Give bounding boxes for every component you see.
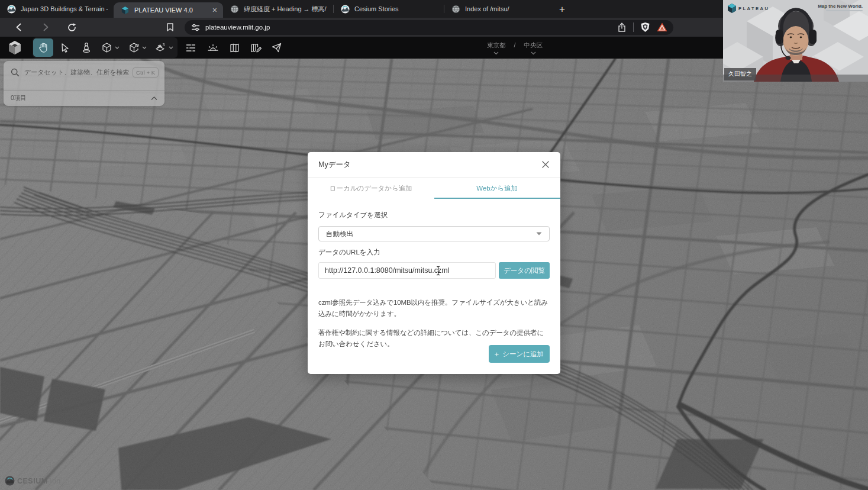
tab-geoid-tool[interactable]: 緯度経度 + Heading → 標高/ジオイド [223,0,333,18]
reload-icon [67,22,77,33]
tab-japan-3d-buildings[interactable]: Japan 3D Buildings & Terrain – Ce [0,0,114,18]
plateau-logo-text: PLATEAU [738,6,769,11]
url-text: plateauview.mlit.go.jp [205,24,617,31]
new-tab-button[interactable]: + [559,4,565,15]
pan-tool-button[interactable] [33,38,53,57]
svg-text:3: 3 [163,43,165,47]
chevron-up-icon [151,96,157,101]
layers-icon: 3 [154,42,166,53]
map-edit-icon [250,43,262,53]
share-view-button[interactable] [266,37,288,58]
plus-icon: + [495,350,499,359]
share-icon[interactable] [617,22,627,33]
pedestrian-icon [81,42,92,53]
back-button[interactable] [11,19,27,36]
tab-plateau-view[interactable]: PLATEAU VIEW 4.0 × [114,2,223,18]
address-bar[interactable]: plateauview.mlit.go.jp [185,20,673,35]
select-caret-icon [536,232,542,236]
object-id-tool-button[interactable]: ID [124,38,150,57]
cesium-ion-credit[interactable]: CESIUM ion [5,476,61,486]
bookmark-button[interactable] [162,19,178,36]
close-button[interactable] [541,160,550,169]
breadcrumb-city[interactable]: 中央区 [524,37,543,59]
chevron-down-icon [493,51,499,55]
chevron-down-icon [115,46,120,49]
breadcrumb-prefecture[interactable]: 東京都 [487,37,506,59]
urlbar-actions [617,22,667,33]
globe-favicon [230,5,239,14]
size-note: czml参照先データ込みで10MB以内を推奨。ファイルサイズが大きいと読み込みに… [318,297,550,320]
cube-id-icon: ID [128,42,140,53]
add-to-scene-button[interactable]: + シーンに追加 [489,345,550,363]
pedestrian-view-button[interactable] [76,38,96,57]
dialog-title: Myデータ [318,160,541,170]
layers-tool-button[interactable]: 3 [151,38,177,57]
svg-text:ID: ID [135,43,139,47]
tagline-subtext-bar [826,10,863,11]
dialog-header: Myデータ [308,152,560,178]
tab-add-from-web[interactable]: Webから追加 [434,178,561,199]
plateau-favicon [121,6,130,15]
data-url-value: http://127.0.0.1:8080/mitsu/mitsu.czml [325,266,450,275]
globe-favicon [451,5,460,14]
brave-shields-icon[interactable] [640,22,650,33]
back-icon [14,22,24,32]
cesium-logo-icon [5,476,15,486]
shadow-tool-button[interactable] [202,37,224,58]
hand-icon [38,42,49,53]
tab-index-of-mitsu[interactable]: Index of /mitsu/ [444,0,554,18]
file-type-label: ファイルタイプを選択 [318,211,550,220]
select-tool-button[interactable] [54,38,75,57]
presenter-webcam-overlay: PLATEAU Map the New World. 久田智之 [723,0,868,82]
forward-button[interactable] [37,19,54,36]
sliders-icon [185,43,196,53]
close-icon [541,160,550,169]
3d-object-tool-button[interactable] [98,38,123,57]
file-type-select[interactable]: 自動検出 [318,226,550,241]
urlbar-divider [633,22,634,32]
search-icon [11,68,20,77]
data-url-input[interactable]: http://127.0.0.1:8080/mitsu/mitsu.czml [318,262,496,279]
search-panel: データセット、建築物、住所を検索 Ctrl + K 0項目 [4,61,164,106]
items-count-label: 0項目 [11,94,151,102]
tab-add-from-local[interactable]: ローカルのデータから追加 [308,178,434,199]
webcam-tagline: Map the New World. [818,4,863,11]
plateau-logo-icon [728,4,736,13]
map-panels-icon [229,43,240,53]
plateau-logo-icon[interactable] [9,41,21,55]
chevron-down-icon [531,51,536,55]
plateau-logo: PLATEAU [728,4,769,13]
url-row: http://127.0.0.1:8080/mitsu/mitsu.czml デ… [318,262,550,279]
sun-horizon-icon [207,43,219,53]
browse-data-button[interactable]: データの閲覧 [499,262,550,279]
cube-icon [101,42,112,53]
text-cursor-icon [435,266,441,276]
chevron-down-icon [169,46,173,49]
items-row[interactable]: 0項目 [4,90,164,106]
search-input[interactable]: データセット、建築物、住所を検索 Ctrl + K [4,61,164,83]
file-type-value: 自動検出 [326,230,536,238]
cesium-favicon [7,5,16,14]
brave-rewards-icon[interactable] [657,22,667,32]
sketch-tool-button[interactable] [245,37,267,58]
my-data-dialog: Myデータ ローカルのデータから追加 Webから追加 ファイルタイプを選択 自動… [308,152,560,374]
credit-brand: CESIUM [17,477,48,485]
chevron-down-icon [142,46,147,49]
search-placeholder: データセット、建築物、住所を検索 [24,68,133,77]
story-tool-button[interactable] [224,37,246,58]
presenter-name-label: 久田智之 [724,68,756,80]
bookmark-icon [166,22,175,32]
settings-tool-button[interactable] [180,37,202,58]
cesium-dark-favicon [341,5,350,14]
search-shortcut-badge: Ctrl + K [133,67,159,78]
dialog-body: ファイルタイプを選択 自動検出 データのURLを入力 http://127.0.… [308,199,560,350]
reload-button[interactable] [63,19,80,36]
site-settings-icon [191,22,201,33]
tool-group: ID 3 [33,37,178,58]
credit-suffix: ion [50,477,61,485]
tab-cesium-stories[interactable]: Cesium Stories [334,0,444,18]
cursor-icon [60,43,70,53]
breadcrumb: 東京都 / 中央区 [456,37,574,59]
active-tab-underline [434,198,561,199]
tab-close-icon[interactable]: × [212,6,217,14]
